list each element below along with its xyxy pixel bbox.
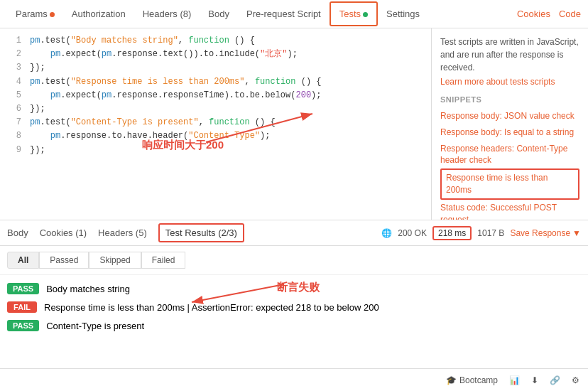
tab-settings[interactable]: Settings xyxy=(378,3,428,25)
snippets-title: SNIPPETS xyxy=(440,95,579,104)
tab-headers[interactable]: Headers (8) xyxy=(134,3,200,25)
result-row-3: PASS Content-Type is present xyxy=(7,316,581,335)
status-code: 200 OK xyxy=(398,228,427,238)
annotation-response-time: 响应时间大于200 xyxy=(142,139,224,152)
response-size: 1017 B xyxy=(477,228,504,238)
footer-icon-4[interactable]: ⚙ xyxy=(572,375,579,385)
bottom-tab-cookies[interactable]: Cookies (1) xyxy=(40,225,87,241)
code-line-7: 7 pm.test("Content-Type is present", fun… xyxy=(0,116,431,129)
badge-pass-1: PASS xyxy=(7,283,39,294)
footer-icon-1[interactable]: 📊 xyxy=(509,375,520,385)
code-line-1: 1 pm.test("Body matches string", functio… xyxy=(0,34,431,48)
result-label-1: Body matches string xyxy=(46,284,130,294)
bootcamp-link[interactable]: 🎓 Bootcamp xyxy=(446,375,498,385)
learn-more-link[interactable]: Learn more about tests scripts xyxy=(440,77,579,87)
snippet-equal-string[interactable]: Response body: Is equal to a string xyxy=(440,124,579,141)
filter-passed[interactable]: Passed xyxy=(39,252,89,269)
filter-skipped[interactable]: Skipped xyxy=(89,252,141,269)
filter-all[interactable]: All xyxy=(7,252,39,269)
code-line-3: 3 }); xyxy=(0,61,431,75)
code-line-2: 2 pm.expect(pm.response.text()).to.inclu… xyxy=(0,48,431,61)
code-line-5: 5 pm.expect(pm.response.responseTime).to… xyxy=(0,89,431,102)
bottom-tab-test-results[interactable]: Test Results (2/3) xyxy=(158,223,244,242)
tests-dot xyxy=(363,12,368,17)
tab-prerequest[interactable]: Pre-request Script xyxy=(238,3,330,25)
tab-code[interactable]: Code xyxy=(559,9,581,19)
snippet-post-request[interactable]: Status code: Successful POST request xyxy=(440,200,579,220)
filter-failed[interactable]: Failed xyxy=(141,252,186,269)
snippet-json-check[interactable]: Response body: JSON value check xyxy=(440,108,579,124)
tab-authorization[interactable]: Authorization xyxy=(63,3,134,25)
footer-icon-2[interactable]: ⬇ xyxy=(531,375,538,385)
code-line-4: 4 pm.test("Response time is less than 20… xyxy=(0,75,431,89)
save-response-button[interactable]: Save Response ▼ xyxy=(510,228,581,238)
footer-bar: 🎓 Bootcamp 📊 ⬇ 🔗 ⚙ xyxy=(0,368,588,391)
globe-icon: 🌐 xyxy=(381,228,392,238)
tab-tests[interactable]: Tests xyxy=(330,1,378,26)
bootcamp-icon: 🎓 xyxy=(446,375,457,385)
footer-icon-3[interactable]: 🔗 xyxy=(550,375,560,385)
main-content: 1 pm.test("Body matches string", functio… xyxy=(0,28,588,220)
bottom-tab-body[interactable]: Body xyxy=(7,225,28,241)
right-panel-desc: Test scripts are written in JavaScript, … xyxy=(440,36,579,74)
tab-body[interactable]: Body xyxy=(200,3,238,25)
tab-cookies[interactable]: Cookies xyxy=(517,9,550,19)
badge-pass-2: PASS xyxy=(7,320,39,331)
snippet-content-type-header[interactable]: Response headers: Content-Type header ch… xyxy=(440,141,579,169)
right-panel: Test scripts are written in JavaScript, … xyxy=(432,28,588,220)
top-tab-bar: Params Authorization Headers (8) Body Pr… xyxy=(0,0,588,28)
bottom-tab-headers[interactable]: Headers (5) xyxy=(98,225,147,241)
result-label-2: Response time is less than 200ms | Asser… xyxy=(44,302,379,313)
tab-params[interactable]: Params xyxy=(7,3,63,25)
chevron-down-icon: ▼ xyxy=(572,228,581,238)
badge-fail-1: FAIL xyxy=(7,301,37,313)
response-time-badge: 218 ms xyxy=(432,226,472,240)
result-label-3: Content-Type is present xyxy=(46,321,144,331)
result-row-2: FAIL Response time is less than 200ms | … xyxy=(7,298,581,316)
filter-tab-bar: All Passed Skipped Failed 断言失败 xyxy=(0,246,588,275)
bottom-tab-bar: Body Cookies (1) Headers (5) Test Result… xyxy=(0,220,588,246)
snippet-response-time[interactable]: Response time is less than 200ms xyxy=(440,168,579,200)
code-line-6: 6 }); xyxy=(0,102,431,116)
annotation-assertion-fail: 断言失败 xyxy=(277,281,320,294)
code-editor[interactable]: 1 pm.test("Body matches string", functio… xyxy=(0,28,432,220)
params-dot xyxy=(50,12,55,17)
